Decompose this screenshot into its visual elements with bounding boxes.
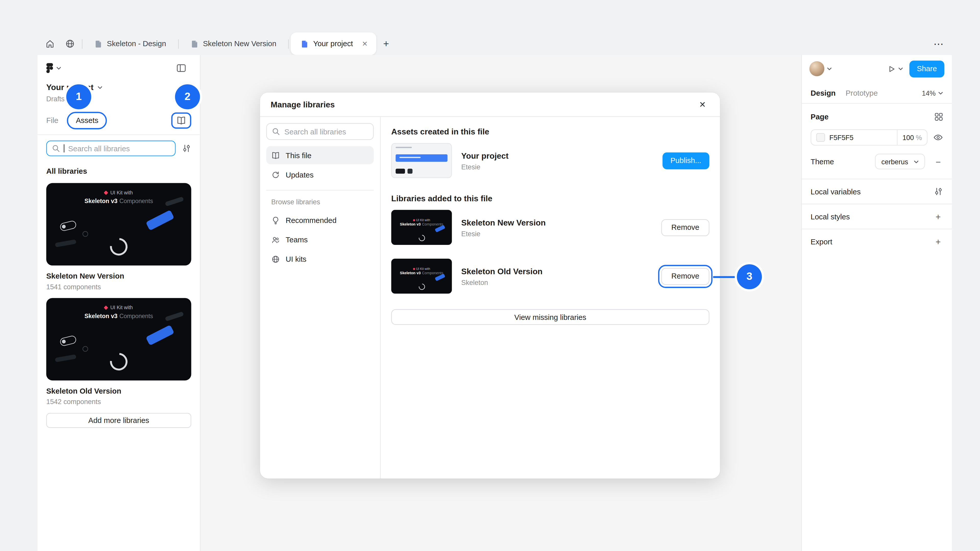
- tab-label: Your project: [313, 39, 353, 48]
- community-button[interactable]: [60, 35, 80, 52]
- opacity-field[interactable]: 100 %: [897, 130, 927, 145]
- close-dialog-button[interactable]: ✕: [696, 97, 710, 111]
- tab-assets[interactable]: Assets: [67, 111, 107, 129]
- thumb-line1: UI Kit with: [110, 305, 133, 310]
- library-row: UI Kit with Skeleton v3Components Skelet…: [391, 252, 710, 300]
- nav-item-recommended[interactable]: Recommended: [266, 211, 374, 229]
- close-tab-button[interactable]: ✕: [360, 38, 371, 49]
- nav-label: Updates: [286, 170, 313, 179]
- thumb-suffix: Components: [119, 197, 153, 204]
- tab-separator: [82, 39, 83, 48]
- library-card[interactable]: UI Kit with Skeleton v3Components Skelet…: [46, 298, 191, 405]
- present-button[interactable]: [887, 65, 903, 73]
- all-libraries-heading: All libraries: [38, 159, 200, 177]
- ellipsis-icon: ⋯: [934, 38, 944, 50]
- account-menu-button[interactable]: [809, 61, 832, 76]
- search-input[interactable]: [68, 144, 170, 152]
- view-missing-libraries-button[interactable]: View missing libraries: [391, 309, 710, 325]
- book-icon: [177, 115, 186, 125]
- nav-item-ui-kits[interactable]: UI kits: [266, 250, 374, 268]
- lightbulb-icon: [271, 216, 280, 224]
- skeleton-line-shape: [55, 239, 76, 247]
- export-row[interactable]: Export +: [802, 229, 952, 254]
- tab-label: Skeleton New Version: [203, 39, 277, 48]
- avatar: [809, 61, 824, 76]
- figma-file-icon: [190, 40, 199, 48]
- thumb-brand: Skeleton v3: [400, 222, 421, 226]
- spinner-shape: [417, 233, 426, 243]
- library-title: Skeleton Old Version: [46, 387, 191, 395]
- home-icon: [45, 39, 55, 49]
- library-info: Skeleton New Version Etesie: [461, 218, 652, 237]
- thumb-line1: UI Kit with: [416, 218, 430, 222]
- local-styles-row[interactable]: Local styles +: [802, 203, 952, 229]
- tab-design[interactable]: Design: [811, 89, 835, 97]
- tab-skeleton-new-version[interactable]: Skeleton New Version: [180, 32, 286, 55]
- tab-prototype[interactable]: Prototype: [846, 89, 878, 97]
- remove-button[interactable]: Remove: [661, 219, 710, 236]
- add-style-button[interactable]: +: [933, 211, 943, 221]
- modal-search-field[interactable]: [266, 123, 374, 140]
- chip-shape: [395, 168, 405, 173]
- modal-search-input[interactable]: [284, 127, 368, 136]
- tab-skeleton-design[interactable]: Skeleton - Design: [84, 32, 176, 55]
- add-more-libraries-button[interactable]: Add more libraries: [46, 413, 191, 428]
- new-tab-button[interactable]: +: [377, 35, 395, 52]
- share-button[interactable]: Share: [909, 60, 944, 77]
- main-menu-button[interactable]: [46, 63, 61, 73]
- text-caret: [64, 144, 64, 152]
- filter-button[interactable]: [182, 144, 191, 153]
- nav-item-teams[interactable]: Teams: [266, 230, 374, 249]
- skeleton-logo-icon: [413, 267, 415, 270]
- theme-dropdown[interactable]: cerberus: [875, 154, 925, 169]
- toggle-shape: [59, 335, 77, 347]
- chevron-down-icon: [914, 159, 919, 164]
- library-title: Skeleton New Version: [46, 272, 191, 280]
- dialog-header: Manage libraries ✕: [260, 92, 720, 117]
- tab-your-project[interactable]: Your project ✕: [291, 32, 376, 55]
- dot-shape: [83, 346, 88, 352]
- library-title: Skeleton Old Version: [461, 266, 652, 276]
- dialog-nav: This file Updates Browse libraries Recom…: [260, 117, 381, 478]
- sliders-icon[interactable]: [934, 187, 943, 196]
- library-row: Your project Etesie Publish...: [391, 136, 710, 185]
- local-variables-row[interactable]: Local variables: [802, 179, 952, 203]
- nav-item-this-file[interactable]: This file: [266, 146, 374, 164]
- library-row: UI Kit with Skeleton v3Components Skelet…: [391, 203, 710, 252]
- remove-theme-button[interactable]: −: [933, 156, 943, 166]
- thumb-suffix: Components: [422, 222, 443, 226]
- close-icon: ✕: [699, 100, 706, 109]
- color-swatch[interactable]: [816, 133, 825, 142]
- page-color-field: F5F5F5 100 %: [811, 129, 928, 146]
- styles-grid-icon[interactable]: [934, 113, 943, 121]
- tab-file[interactable]: File: [46, 116, 58, 124]
- play-icon: [887, 65, 896, 73]
- page-color-row: F5F5F5 100 %: [811, 129, 943, 146]
- text-line-shape: [395, 147, 412, 148]
- globe-icon: [271, 254, 280, 263]
- tab-separator: [178, 39, 178, 48]
- remove-button-highlighted[interactable]: Remove: [661, 268, 710, 284]
- nav-label: Recommended: [286, 216, 336, 224]
- visibility-button[interactable]: [933, 132, 943, 142]
- add-export-button[interactable]: +: [933, 237, 943, 246]
- more-menu-button[interactable]: ⋯: [928, 35, 950, 52]
- minus-icon: −: [935, 156, 941, 166]
- color-hex-field[interactable]: F5F5F5: [811, 133, 897, 142]
- dialog-title: Manage libraries: [270, 100, 334, 109]
- search-icon: [272, 127, 280, 136]
- publish-button[interactable]: Publish...: [662, 152, 710, 169]
- page-section: Page F5F5F5 100 %: [802, 104, 952, 179]
- tab-bar: Skeleton - Design Skeleton New Version Y…: [38, 32, 952, 55]
- local-variables-label: Local variables: [811, 187, 861, 196]
- zoom-control[interactable]: 14%: [922, 89, 943, 97]
- toggle-sidebar-button[interactable]: [171, 59, 191, 77]
- percent-sign: %: [916, 134, 922, 141]
- library-search-field[interactable]: [46, 141, 176, 156]
- spinner-shape: [417, 283, 426, 291]
- home-button[interactable]: [40, 35, 60, 52]
- assets-created-heading: Assets created in this file: [391, 127, 710, 136]
- nav-item-updates[interactable]: Updates: [266, 165, 374, 184]
- library-card[interactable]: UI Kit with Skeleton v3Components Skelet…: [46, 183, 191, 291]
- libraries-button[interactable]: [171, 112, 191, 129]
